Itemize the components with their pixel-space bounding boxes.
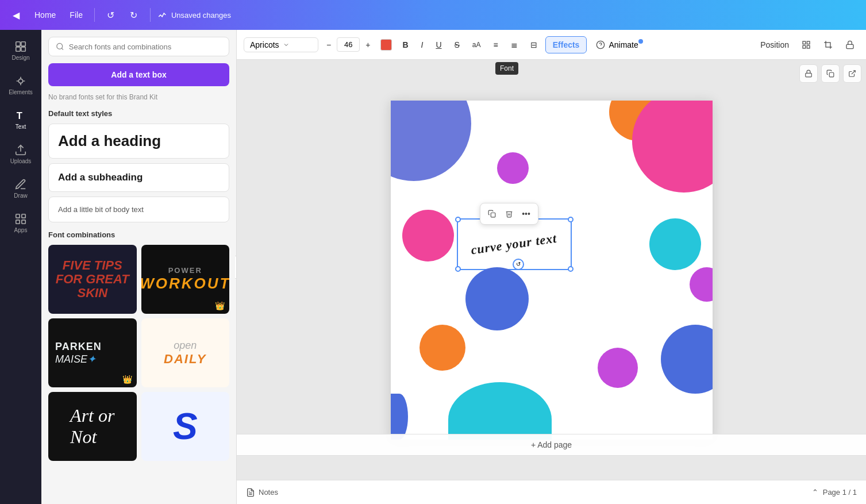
sidebar-item-apps[interactable]: Apps: [2, 207, 39, 239]
effects-button[interactable]: Effects: [545, 36, 587, 53]
circle-teal-bottom: [448, 382, 552, 440]
page-controls: ⌃ Page 1 / 1: [812, 488, 857, 497]
font-combinations-title: Font combinations: [48, 230, 229, 239]
font-combo-4[interactable]: open DAILY: [141, 318, 230, 387]
svg-rect-14: [803, 41, 806, 44]
divider-2: [150, 8, 151, 22]
resize-handle-br[interactable]: [568, 266, 574, 272]
home-button[interactable]: Home: [30, 8, 60, 22]
panel-scroll-area[interactable]: Add a text box No brand fonts set for th…: [41, 30, 236, 504]
position-button[interactable]: Position: [756, 37, 794, 53]
canvas-wrapper[interactable]: ••• curve your text ↺: [237, 60, 866, 480]
add-body-item[interactable]: Add a little bit of body text: [48, 197, 229, 222]
add-textbox-button[interactable]: Add a text box: [48, 63, 229, 86]
font-name-display: Apricots: [250, 40, 279, 49]
align-left-button[interactable]: ≡: [489, 37, 503, 53]
no-brand-notice: No brand fonts set for this Brand Kit: [48, 93, 229, 101]
bottombar: Notes ⌃ Page 1 / 1: [237, 480, 866, 504]
font-size-control: − +: [322, 37, 375, 53]
combo-text-3a: PARKEN: [55, 341, 102, 353]
rotate-handle[interactable]: ↺: [513, 259, 524, 270]
circle-blue-topleft: [391, 101, 471, 181]
svg-point-4: [18, 79, 22, 83]
text-color-swatch[interactable]: [380, 39, 392, 51]
file-button[interactable]: File: [65, 8, 87, 22]
curved-text-content: curve your text: [470, 230, 558, 257]
circle-purple-right: [690, 267, 713, 302]
font-combo-3[interactable]: PARKEN MAISE✦ 👑: [48, 318, 137, 387]
font-combo-1[interactable]: FIVE TIPSFOR GREATSKIN: [48, 245, 137, 314]
bold-button[interactable]: B: [398, 37, 413, 53]
design-label: Design: [11, 55, 29, 61]
underline-button[interactable]: U: [431, 37, 446, 53]
animate-button[interactable]: Animate: [590, 37, 644, 53]
ctx-more-button[interactable]: •••: [518, 206, 534, 222]
svg-rect-21: [829, 72, 834, 77]
text-panel: Add a text box No brand fonts set for th…: [41, 30, 237, 504]
grid-button[interactable]: [797, 37, 815, 53]
chevron-down-icon: [283, 41, 290, 48]
add-page-button[interactable]: + Add page: [237, 434, 866, 456]
canvas-more-button[interactable]: [843, 64, 861, 83]
notes-icon: [246, 488, 255, 497]
canvas-area: Font Apricots − + B I U S aA: [237, 30, 866, 504]
combo-text-2b: WORKOUT: [141, 275, 230, 293]
ctx-copy-button[interactable]: [484, 206, 500, 222]
sidebar-item-elements[interactable]: Elements: [2, 69, 39, 101]
sidebar-item-draw[interactable]: Draw: [2, 172, 39, 205]
uploads-label: Uploads: [10, 158, 32, 164]
font-combo-6[interactable]: S: [141, 392, 230, 461]
case-button[interactable]: aA: [468, 37, 486, 52]
combo-text-4a: open: [174, 340, 197, 352]
canvas-lock-button[interactable]: [799, 64, 818, 83]
sidebar-item-uploads[interactable]: Uploads: [2, 138, 39, 170]
page-nav-button[interactable]: ⌃: [812, 488, 818, 497]
canvas[interactable]: ••• curve your text ↺: [391, 101, 713, 440]
crop-button[interactable]: [819, 37, 837, 53]
svg-rect-7: [16, 214, 20, 218]
page-indicator: Page 1 / 1: [823, 488, 857, 497]
undo-button[interactable]: ↺: [102, 6, 120, 24]
resize-handle-tr[interactable]: [568, 217, 574, 222]
context-toolbar: •••: [480, 203, 538, 225]
circle-orange-bottom: [419, 325, 465, 371]
svg-rect-1: [21, 42, 25, 46]
combo-text-6: S: [173, 405, 198, 448]
back-button[interactable]: ◀: [7, 6, 25, 24]
font-tooltip: Font: [495, 62, 518, 75]
resize-handle-tl[interactable]: [455, 217, 461, 222]
add-subheading-item[interactable]: Add a subheading: [48, 163, 229, 192]
circle-purple-bottom: [598, 348, 638, 388]
circle-pink-topright: [632, 101, 713, 193]
svg-point-11: [57, 43, 63, 49]
add-heading-item[interactable]: Add a heading: [48, 124, 229, 159]
svg-rect-19: [846, 44, 853, 48]
font-selector[interactable]: Apricots: [244, 37, 318, 52]
align-list-button[interactable]: ≣: [506, 37, 522, 53]
circle-purple-mid: [497, 152, 529, 184]
font-combo-2[interactable]: POWER WORKOUT 👑: [141, 245, 230, 314]
font-size-decrease[interactable]: −: [322, 37, 336, 53]
redo-button[interactable]: ↻: [125, 6, 143, 24]
italic-button[interactable]: I: [417, 37, 428, 53]
search-input[interactable]: [69, 43, 222, 51]
circle-blue-bottomright: [661, 325, 713, 394]
lock-button[interactable]: [841, 37, 859, 53]
sidebar-item-text[interactable]: T Text: [2, 103, 39, 136]
svg-rect-2: [16, 47, 20, 51]
font-size-input[interactable]: [337, 37, 360, 52]
svg-rect-9: [16, 220, 20, 224]
canvas-more-icon: [848, 70, 856, 78]
font-combo-5[interactable]: Art orNot: [48, 392, 137, 461]
body-preview: Add a little bit of body text: [58, 205, 220, 214]
align-justify-button[interactable]: ⊟: [526, 37, 542, 53]
canvas-copy-button[interactable]: [821, 64, 840, 83]
strikethrough-button[interactable]: S: [450, 37, 464, 53]
font-combinations-grid: FIVE TIPSFOR GREATSKIN POWER WORKOUT 👑 P…: [48, 245, 229, 461]
crop-icon: [823, 40, 833, 49]
notes-button[interactable]: Notes: [246, 488, 278, 497]
ctx-delete-button[interactable]: [501, 206, 517, 222]
resize-handle-bl[interactable]: [455, 266, 461, 272]
font-size-increase[interactable]: +: [361, 37, 375, 53]
sidebar-item-design[interactable]: Design: [2, 34, 39, 67]
